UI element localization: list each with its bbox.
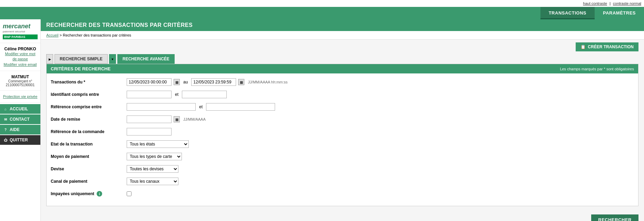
etat-select[interactable]: Tous les états	[127, 140, 189, 148]
au-separator: au	[183, 80, 188, 84]
creer-label: CRÉER TRANSACTION	[588, 44, 634, 49]
remise-format-hint: JJ/MM/AAAA	[183, 117, 206, 121]
search-tabs: RECHERCHE SIMPLE RECHERCHE AVANCÉE	[41, 54, 644, 64]
contraste-normal-link[interactable]: contraste normal	[613, 1, 641, 6]
label-ref-commande: Référence de la commande	[51, 129, 127, 134]
contact-icon: ✉	[3, 117, 8, 122]
form-row-reference: Référence comprise entre et	[51, 102, 634, 111]
form-row-moyen-paiement: Moyen de paiement Tous les types de cart…	[51, 152, 634, 161]
sidebar-item-label-aide: AIDE	[10, 127, 20, 132]
protection-vie-privee-link[interactable]: Protection vie privée	[3, 94, 38, 99]
controls-reference: et	[127, 103, 634, 111]
sidebar-item-label-quitter: QUITTER	[10, 138, 28, 142]
merchant-label: Commerçant n° 211000075190001	[3, 79, 38, 87]
modifier-email-link[interactable]: Modifier votre email	[3, 62, 38, 67]
sidebar-item-aide[interactable]: ? AIDE	[0, 125, 40, 134]
controls-ref-commande	[127, 128, 634, 135]
criteria-required-note: Les champs marqués par * sont obligatoir…	[560, 67, 634, 71]
form-row-identifiant: Identifiant compris entre et	[51, 90, 634, 99]
cal-to-button[interactable]: ▦	[238, 79, 244, 85]
sidebar-protection: Protection vie privée	[0, 91, 40, 103]
page-header: RECHERCHER DES TRANSACTIONS PAR CRITÈRES	[41, 19, 644, 31]
tab-parametres[interactable]: PARAMÈTRES	[595, 7, 644, 19]
form-row-impayes: Impayées uniquement i	[51, 189, 634, 198]
reference-from-input[interactable]	[127, 103, 196, 111]
sidebar-user: Céline PRONKO Modifier votre mot de pass…	[0, 43, 40, 71]
cal-remise-button[interactable]: ▦	[174, 116, 180, 122]
haut-contraste-link[interactable]: haut contraste	[583, 1, 607, 6]
separator: |	[609, 1, 612, 6]
sidebar-item-accueil[interactable]: ⌂ ACCUEIL	[0, 104, 40, 114]
identifiant-to-input[interactable]	[182, 91, 227, 98]
date-format-hint: JJ/MM/AAAA hh:mm:ss	[248, 80, 287, 84]
date-to-input[interactable]	[191, 78, 236, 86]
label-canal: Canal de paiement	[51, 179, 127, 184]
date-remise-input[interactable]	[127, 115, 172, 123]
logo-mercanet: mercanet	[3, 23, 38, 30]
tab-recherche-simple[interactable]: RECHERCHE SIMPLE	[55, 54, 108, 64]
logo: mercanet paiement sécurisé BNP PARIBAS	[0, 19, 40, 43]
controls-impayes	[127, 191, 634, 196]
page-title: RECHERCHER DES TRANSACTIONS PAR CRITÈRES	[46, 22, 638, 28]
label-etat: Etat de la transaction	[51, 142, 127, 147]
creer-transaction-button[interactable]: 📋 CRÉER TRANSACTION	[576, 42, 638, 51]
canal-select[interactable]: Tous les canaux	[127, 178, 178, 185]
controls-date-remise: ▦ JJ/MM/AAAA	[127, 115, 634, 123]
sidebar-merchant: MATMUT Commerçant n° 211000075190001	[0, 71, 40, 91]
form-row-etat: Etat de la transaction Tous les états	[51, 140, 634, 149]
label-moyen-paiement: Moyen de paiement	[51, 154, 127, 159]
form-row-date-remise: Date de remise ▦ JJ/MM/AAAA	[51, 115, 634, 124]
ref-commande-input[interactable]	[127, 128, 172, 135]
modifier-mot-de-passe-link[interactable]: Modifier votre mot de passe	[3, 51, 38, 62]
sidebar-item-contact[interactable]: ✉ CONTACT	[0, 114, 40, 124]
date-from-input[interactable]	[127, 78, 172, 86]
rechercher-button[interactable]: RECHERCHER	[591, 214, 638, 221]
controls-devise: Toutes les devises	[127, 165, 634, 173]
criteria-body: Transactions du * ▦ au ▦ JJ/MM/AAAA hh:m…	[47, 73, 638, 206]
sidebar-item-label-accueil: ACCUEIL	[10, 107, 28, 111]
moyen-paiement-select[interactable]: Tous les types de carte	[127, 153, 182, 160]
controls-etat: Tous les états	[127, 140, 634, 148]
sidebar-nav: ⌂ ACCUEIL ✉ CONTACT ? AIDE ⏻ QUITTER	[0, 104, 40, 145]
breadcrumb-home[interactable]: Accueil	[46, 33, 58, 37]
reference-to-input[interactable]	[206, 103, 275, 111]
play-icon	[49, 57, 51, 61]
form-row-canal: Canal de paiement Tous les canaux	[51, 177, 634, 186]
sidebar-item-label-contact: CONTACT	[10, 117, 30, 122]
breadcrumb-current: Rechercher des transactions par critères	[63, 33, 131, 37]
cal-from-button[interactable]: ▦	[174, 79, 180, 85]
impayes-info-icon[interactable]: i	[97, 191, 102, 197]
toolbar: 📋 CRÉER TRANSACTION	[41, 40, 644, 54]
label-identifiant: Identifiant compris entre	[51, 92, 127, 97]
logo-sub: paiement sécurisé	[3, 30, 38, 33]
form-row-transactions-du: Transactions du * ▦ au ▦ JJ/MM/AAAA hh:m…	[51, 78, 634, 87]
recherche-simple-play[interactable]	[46, 54, 53, 64]
identifiant-from-input[interactable]	[127, 91, 172, 98]
controls-canal: Tous les canaux	[127, 178, 634, 185]
tab-transactions[interactable]: TRANSACTIONS	[540, 7, 595, 19]
breadcrumb: Accueil > Rechercher des transactions pa…	[41, 31, 644, 40]
label-reference: Référence comprise entre	[51, 104, 127, 109]
criteria-title: CRITÈRES DE RECHERCHE	[51, 66, 110, 71]
content: RECHERCHER DES TRANSACTIONS PAR CRITÈRES…	[41, 19, 644, 221]
creer-icon: 📋	[580, 44, 586, 49]
controls-transactions-du: ▦ au ▦ JJ/MM/AAAA hh:mm:ss	[127, 78, 634, 86]
top-bar: haut contraste | contraste normal	[0, 0, 644, 7]
quitter-icon: ⏻	[3, 137, 8, 143]
label-transactions-du: Transactions du *	[51, 80, 127, 84]
arrow-down-icon	[111, 57, 114, 61]
tab-recherche-avancee[interactable]: RECHERCHE AVANCÉE	[117, 54, 175, 64]
sidebar-item-quitter[interactable]: ⏻ QUITTER	[0, 135, 40, 145]
nav-tabs: TRANSACTIONS PARAMÈTRES	[0, 7, 644, 19]
criteria-header: CRITÈRES DE RECHERCHE Les champs marqués…	[47, 64, 638, 73]
devise-select[interactable]: Toutes les devises	[127, 165, 178, 173]
sidebar: mercanet paiement sécurisé BNP PARIBAS C…	[0, 19, 41, 221]
logo-bnp: BNP PARIBAS	[3, 34, 38, 39]
label-impayes: Impayées uniquement i	[51, 191, 127, 197]
label-devise: Devise	[51, 167, 127, 171]
recherche-avancee-arrow[interactable]	[109, 54, 116, 64]
impayes-checkbox[interactable]	[127, 191, 131, 196]
controls-moyen-paiement: Tous les types de carte	[127, 153, 634, 160]
criteria-section: CRITÈRES DE RECHERCHE Les champs marqués…	[46, 64, 638, 206]
merchant-id: 211000075190001	[6, 83, 35, 87]
